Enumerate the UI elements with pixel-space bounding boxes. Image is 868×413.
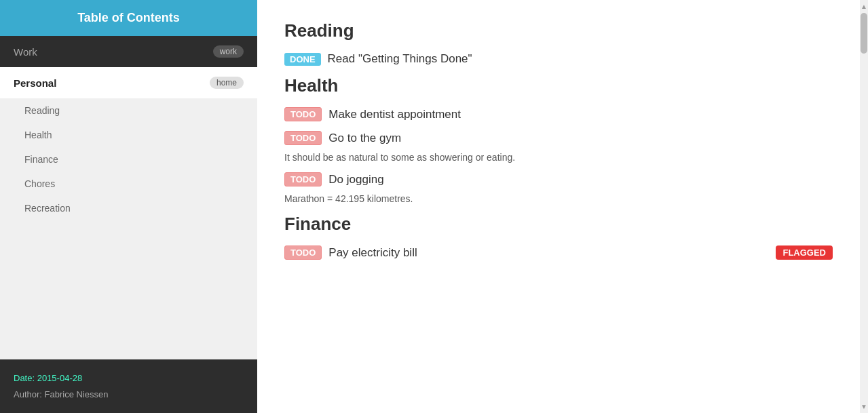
footer-author: Author: Fabrice Niessen <box>14 387 244 402</box>
task-text: Do jogging <box>328 173 383 186</box>
task-text: Make dentist appointment <box>328 108 461 121</box>
sidebar-sub-reading[interactable]: Reading <box>0 98 257 123</box>
personal-badge: home <box>210 77 244 89</box>
task-row: TODO Do jogging <box>284 172 833 186</box>
scroll-thumb[interactable] <box>861 13 867 54</box>
scroll-down-arrow[interactable]: ▼ <box>860 403 868 410</box>
task-note: It should be as natural to some as showe… <box>284 152 833 163</box>
task-row: DONE Read "Getting Things Done" <box>284 52 833 66</box>
sidebar: Table of Contents Work work Personal hom… <box>0 0 257 413</box>
sidebar-item-work[interactable]: Work work <box>0 36 257 67</box>
task-text: Read "Getting Things Done" <box>328 52 472 66</box>
heading-health: Health <box>284 75 833 96</box>
sidebar-subnav: Reading Health Finance Chores Recreation <box>0 98 257 359</box>
sidebar-item-personal[interactable]: Personal home <box>0 67 257 98</box>
task-row: TODO Make dentist appointment <box>284 107 833 121</box>
sidebar-sub-health[interactable]: Health <box>0 123 257 147</box>
sidebar-title: Table of Contents <box>77 11 180 24</box>
scroll-up-arrow[interactable]: ▲ <box>860 3 868 10</box>
badge-todo: TODO <box>284 107 322 121</box>
heading-finance: Finance <box>284 214 833 235</box>
task-note: Marathon = 42.195 kilometres. <box>284 193 833 204</box>
sidebar-sub-recreation[interactable]: Recreation <box>0 196 257 220</box>
sidebar-sub-chores[interactable]: Chores <box>0 172 257 196</box>
work-badge: work <box>213 45 244 58</box>
badge-todo: TODO <box>284 131 322 145</box>
task-row-left: TODO Pay electricity bill <box>284 245 417 260</box>
badge-done: DONE <box>284 53 321 66</box>
footer-date: Date: 2015-04-28 <box>14 370 244 386</box>
section-reading: Reading DONE Read "Getting Things Done" <box>284 20 833 66</box>
sidebar-header: Table of Contents <box>0 0 257 36</box>
sidebar-sub-finance[interactable]: Finance <box>0 147 257 172</box>
sidebar-footer: Date: 2015-04-28 Author: Fabrice Niessen <box>0 359 257 413</box>
section-health: Health TODO Make dentist appointment TOD… <box>284 75 833 204</box>
scrollbar[interactable]: ▲ ▼ <box>860 0 868 413</box>
task-row-flagged: TODO Pay electricity bill FLAGGED <box>284 245 833 260</box>
task-text: Pay electricity bill <box>328 246 417 260</box>
main-content: Reading DONE Read "Getting Things Done" … <box>257 0 860 413</box>
task-text: Go to the gym <box>328 132 401 145</box>
personal-label: Personal <box>14 77 56 89</box>
badge-todo: TODO <box>284 245 322 260</box>
date-value: Date: 2015-04-28 <box>14 373 82 383</box>
section-finance: Finance TODO Pay electricity bill FLAGGE… <box>284 214 833 260</box>
task-row: TODO Go to the gym <box>284 131 833 145</box>
badge-todo: TODO <box>284 172 322 186</box>
badge-flagged: FLAGGED <box>776 245 833 260</box>
work-label: Work <box>14 46 37 58</box>
heading-reading: Reading <box>284 20 833 41</box>
